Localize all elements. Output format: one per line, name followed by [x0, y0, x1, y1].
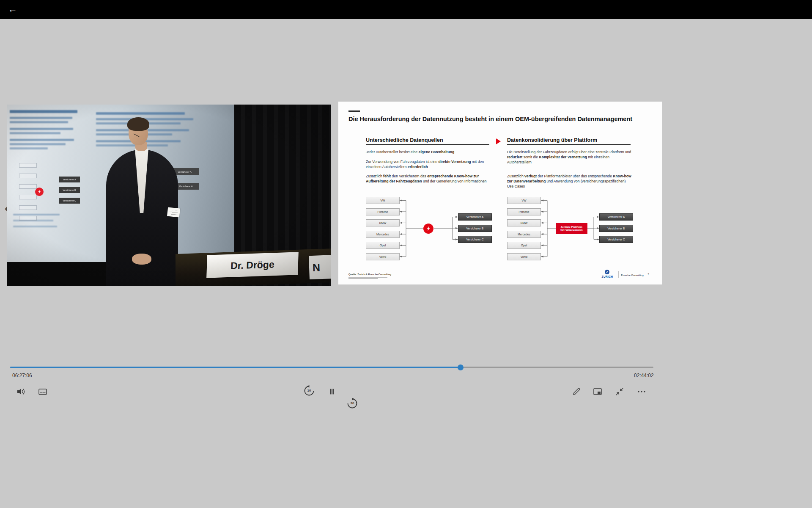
heading-rule-left: [366, 144, 489, 145]
video-player-screen: ← ‹: [0, 0, 812, 508]
captions-icon: [38, 387, 48, 397]
paragraph: Zusätzlich verfügt der Plattformanbieter…: [507, 174, 632, 189]
pause-icon: [327, 387, 337, 396]
projected-insurer-box: Versicherer B: [59, 187, 80, 193]
ellipsis-icon: [636, 387, 647, 397]
footer-divider: [618, 271, 619, 278]
oem-box: Porsche: [507, 208, 541, 215]
top-bar: ←: [0, 0, 812, 19]
progress-fill: [10, 367, 461, 368]
paragraph: Jeder Autohersteller besitzt eine eigene…: [366, 150, 491, 155]
slide-panel[interactable]: Die Herausforderung der Datennutzung bes…: [338, 102, 662, 284]
source-note: Quelle: Zurich & Porsche Consulting: [348, 273, 391, 276]
camera-panel[interactable]: Versicherer AVersicherer BVersicherer C …: [7, 105, 331, 286]
progress-thumb[interactable]: [458, 364, 464, 370]
paragraph: Zur Verwendung von Fahrzeugdaten ist ein…: [366, 160, 491, 170]
porsche-consulting-label: Porsche Consulting: [621, 273, 644, 276]
column-heading-right: Datenkonsolidierung über Plattform: [507, 137, 631, 143]
projected-lightning-icon: [35, 188, 44, 196]
insurer-box: Versicherer B: [599, 225, 633, 232]
current-time: 06:27:06: [12, 373, 32, 378]
insurer-box: Versicherer A: [599, 213, 633, 221]
platform-label-line2: für Fahrzeugdaten: [560, 229, 582, 232]
insurer-list: Versicherer AVersicherer BVersicherer C: [599, 213, 633, 243]
projected-insurer-box: Versicherer C: [59, 198, 80, 204]
oem-box: Opel: [507, 242, 541, 249]
pen-icon: [571, 387, 582, 397]
paragraph: Die Bereitstellung der Fahrzeugdaten erf…: [507, 150, 632, 165]
projected-insurer-list: Versicherer AVersicherer BVersicherer C: [59, 177, 80, 204]
pip-button[interactable]: [591, 385, 604, 398]
oem-box: BMW: [507, 219, 541, 226]
exit-fullscreen-button[interactable]: [613, 385, 626, 398]
oem-box: Porsche: [366, 208, 400, 215]
exit-fullscreen-icon: [614, 387, 625, 397]
forward-label: 30: [346, 401, 359, 405]
lightning-hub: [423, 224, 433, 234]
presenter-hands: [132, 254, 151, 265]
rewind-10-button[interactable]: 10: [303, 384, 315, 397]
platform-box: Zentrale Plattform für Fahrzeugdaten: [556, 223, 587, 234]
zurich-logo: Z: [605, 270, 609, 274]
column-heading-left: Unterschiedliche Datenquellen: [366, 137, 489, 143]
oem-box: Opel: [366, 242, 400, 249]
projected-insurer-box: Versicherer A: [59, 177, 80, 182]
oem-box: BMW: [366, 219, 400, 226]
slide-accent-dash: [348, 110, 360, 112]
page-number: 7: [647, 273, 649, 276]
forward-30-button[interactable]: 30: [346, 397, 359, 410]
progress-bar[interactable]: [10, 367, 653, 368]
remaining-time: 02:44:02: [634, 373, 654, 378]
captions-button[interactable]: [36, 385, 49, 398]
back-arrow-icon: ←: [8, 4, 17, 14]
annotate-button[interactable]: [570, 385, 583, 398]
platform-label-line1: Zentrale Plattform: [561, 226, 582, 229]
diagram-platform-consolidation: VWPorscheBMWMercedesOpelVolvo Zentrale P…: [507, 197, 634, 260]
oem-box: VW: [366, 197, 400, 204]
lightning-icon: [425, 226, 431, 232]
volume-button[interactable]: [14, 385, 27, 398]
insurer-box: Versicherer B: [458, 225, 492, 232]
oem-box: Volvo: [507, 253, 541, 260]
footnote-blur: [348, 277, 387, 280]
oem-box: Mercedes: [507, 231, 541, 238]
zurich-wordmark: ZURICH: [601, 275, 614, 278]
oem-box: VW: [507, 197, 541, 204]
oem-list: VWPorscheBMWMercedesOpelVolvo: [366, 197, 400, 260]
oem-box: Volvo: [366, 253, 400, 260]
volume-icon: [16, 387, 26, 397]
presenter-hair: [127, 117, 149, 131]
partial-name-card: N: [309, 255, 331, 279]
more-options-button[interactable]: [635, 385, 648, 398]
rewind-label: 10: [303, 389, 315, 392]
insurer-box: Versicherer C: [599, 236, 633, 243]
oem-box: Mercedes: [366, 231, 400, 238]
diagram-direct-connections: VWPorscheBMWMercedesOpelVolvo Versichere…: [366, 197, 493, 260]
insurer-list: Versicherer AVersicherer BVersicherer C: [458, 213, 492, 243]
pause-button[interactable]: [326, 385, 338, 398]
name-card: Dr. Dröge: [206, 252, 299, 278]
insurer-box: Versicherer C: [458, 236, 492, 243]
heading-rule-right: [507, 144, 631, 145]
red-arrow-icon: [496, 138, 501, 144]
pip-icon: [593, 387, 603, 397]
presenter-badge: [167, 207, 180, 218]
oem-list: VWPorscheBMWMercedesOpelVolvo: [507, 197, 541, 260]
paragraph: Zusätzlich fehlt den Versicherern das en…: [366, 174, 491, 184]
slide-title: Die Herausforderung der Datennutzung bes…: [348, 116, 653, 122]
insurer-box: Versicherer A: [458, 213, 492, 221]
back-button[interactable]: ←: [5, 2, 20, 17]
